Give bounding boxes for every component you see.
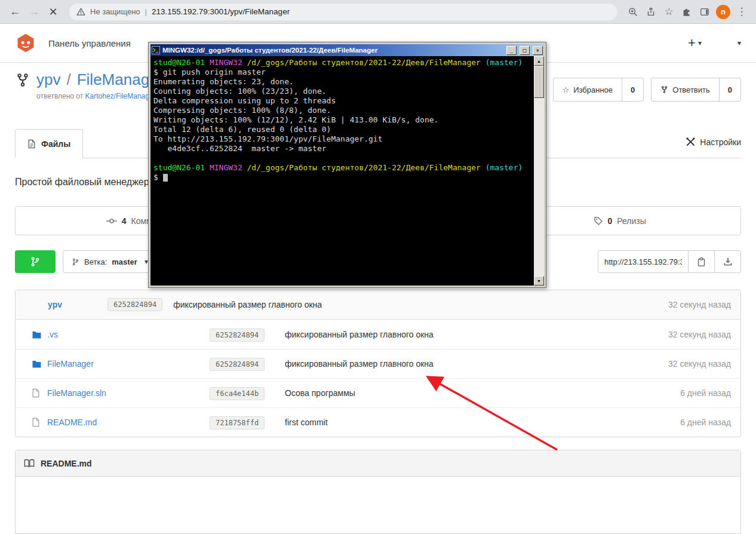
bookmark-star-icon[interactable]: ☆ [660, 4, 677, 20]
close-button[interactable]: ✕ [533, 46, 543, 55]
copy-url-button[interactable] [689, 250, 715, 273]
commit-message-link[interactable]: Осова программы [285, 388, 680, 398]
stop-icon[interactable]: ✕ [44, 3, 62, 21]
tab-files-label: Файлы [41, 139, 70, 149]
repo-actions: ☆ Избранное 0 Ответвить 0 [553, 78, 742, 102]
table-row: FileManager.slnf6ca4e144bОсова программы… [16, 378, 740, 407]
latest-commit-row: ypv 6252824894 фиксированный размер глав… [16, 290, 740, 320]
terminal-body: stud@N26-01 MINGW32 /d/_gogs/Работы студ… [150, 56, 544, 286]
terminal-line: e4de3cf..6252824 master -> master [153, 144, 531, 154]
create-new-icon[interactable]: + [688, 35, 696, 51]
releases-label: Релизы [617, 216, 646, 226]
nav-dashboard-link[interactable]: Панель управления [48, 38, 131, 48]
branch-name: master [112, 257, 137, 266]
readme-body [16, 477, 740, 534]
folder-icon [32, 330, 42, 339]
extensions-puzzle-icon[interactable] [678, 4, 695, 20]
commit-sha-label[interactable]: f6ca4e144b [210, 387, 265, 400]
terminal-line: $ [153, 173, 531, 182]
commit-time: 6 дней назад [680, 418, 731, 427]
terminal-line: Enumerating objects: 23, done. [153, 77, 531, 87]
table-row: README.md7218758ffdfirst commit6 дней на… [16, 407, 740, 437]
commits-count: 4 [122, 216, 127, 226]
terminal-scrollbar[interactable]: ▲ ▼ [534, 56, 544, 286]
branch-label: Ветка: [84, 257, 107, 266]
tag-icon [594, 216, 603, 226]
address-divider: | [145, 7, 147, 16]
forked-from-link[interactable]: Kartohez/FileManager [85, 92, 156, 100]
scrollbar-thumb[interactable] [534, 66, 544, 98]
maximize-button[interactable]: □ [520, 46, 530, 55]
terminal-line: Delta compression using up to 2 threads [153, 96, 531, 106]
fork-count[interactable]: 0 [719, 78, 740, 101]
share-icon[interactable] [643, 4, 659, 20]
minimize-button[interactable]: _ [506, 46, 517, 55]
commit-time: 32 секунд назад [668, 330, 731, 339]
fork-button-group: Ответвить 0 [651, 78, 741, 102]
browser-profile-avatar[interactable]: n [716, 5, 730, 19]
commit-sha-label[interactable]: 7218758ffd [210, 416, 265, 429]
scroll-down-icon[interactable]: ▼ [534, 276, 544, 286]
star-button-label: Избранное [573, 85, 613, 94]
url-text: 213.155.192.79:3001/ypv/FileManager [152, 7, 290, 16]
commit-sha-label[interactable]: 6252824894 [210, 358, 265, 371]
terminal-line: To http://213.155.192.79:3001/ypv/FileMa… [153, 134, 531, 144]
star-count[interactable]: 0 [622, 78, 643, 101]
commit-icon [106, 217, 117, 225]
commit-message-link[interactable]: фиксированный размер главного окна [285, 330, 668, 339]
commit-message-link[interactable]: фиксированный размер главного окна [285, 359, 668, 369]
commit-author-link[interactable]: ypv [48, 300, 107, 309]
zoom-icon[interactable] [625, 4, 641, 20]
side-panel-icon[interactable] [696, 4, 713, 20]
download-archive-button[interactable] [715, 250, 741, 273]
tools-icon [686, 137, 696, 147]
user-menu-caret-icon[interactable]: ▾ [737, 39, 741, 47]
terminal-line: Writing objects: 100% (12/12), 2.42 KiB … [153, 115, 531, 125]
star-button-group: ☆ Избранное 0 [553, 78, 644, 102]
star-button[interactable]: ☆ Избранное [554, 78, 622, 101]
clone-url-input[interactable] [598, 250, 689, 273]
file-name-link[interactable]: FileManager.sln [47, 388, 106, 398]
page: ← → ✕ Не защищено | 213.155.192.79:3001/… [0, 0, 756, 534]
tab-files[interactable]: Файлы [15, 129, 83, 158]
scroll-up-icon[interactable]: ▲ [534, 56, 544, 66]
forked-from-label: ответвлено от [36, 92, 83, 100]
terminal-window-icon [152, 46, 160, 54]
fork-button[interactable]: Ответвить [651, 78, 718, 101]
browser-menu-icon[interactable]: ⋮ [733, 4, 750, 20]
fork-button-label: Ответвить [672, 85, 709, 94]
repo-title-separator: / [66, 70, 70, 89]
terminal-line: Total 12 (delta 6), reused 0 (delta 0) [153, 125, 531, 134]
commit-sha-label[interactable]: 6252824894 [210, 329, 265, 342]
readme-header: README.md [16, 450, 740, 477]
terminal-line: stud@N26-01 MINGW32 /d/_gogs/Работы студ… [153, 58, 531, 67]
commit-message-link[interactable]: фиксированный размер главного окна [173, 300, 322, 309]
branch-selector[interactable]: Ветка: master ▾ [63, 250, 157, 273]
browser-toolbar: ← → ✕ Не защищено | 213.155.192.79:3001/… [0, 0, 756, 24]
terminal-window[interactable]: MINGW32:/d/_gogs/Работы студентов/2021-2… [148, 42, 546, 288]
commit-sha-label[interactable]: 6252824894 [107, 298, 162, 311]
commit-message-link[interactable]: first commit [285, 418, 680, 427]
repo-description: Простой файловый менеджер [15, 177, 149, 188]
terminal-line: $ git push origin master [153, 67, 531, 77]
file-table: ypv 6252824894 фиксированный размер глав… [15, 290, 741, 437]
readme-panel: README.md [15, 450, 741, 534]
book-icon [24, 459, 35, 468]
terminal-line [153, 154, 531, 163]
releases-count: 0 [608, 216, 613, 226]
settings-link[interactable]: Настройки [686, 137, 741, 147]
back-icon[interactable]: ← [6, 3, 24, 21]
file-name-link[interactable]: README.md [47, 418, 97, 427]
compare-button[interactable] [15, 250, 56, 273]
file-name-link[interactable]: .vs [47, 330, 58, 339]
gogs-logo[interactable] [15, 32, 36, 54]
commit-time: 32 секунд назад [668, 300, 731, 309]
forward-icon[interactable]: → [25, 3, 43, 21]
repo-owner-link[interactable]: ypv [36, 70, 60, 89]
file-name-link[interactable]: FileManager [47, 359, 94, 369]
settings-label: Настройки [700, 137, 741, 147]
address-bar[interactable]: Не защищено | 213.155.192.79:3001/ypv/Fi… [69, 4, 617, 20]
create-new-caret-icon[interactable]: ▾ [698, 39, 702, 47]
terminal-titlebar[interactable]: MINGW32:/d/_gogs/Работы студентов/2021-2… [150, 44, 544, 56]
commit-time: 32 секунд назад [668, 359, 731, 369]
